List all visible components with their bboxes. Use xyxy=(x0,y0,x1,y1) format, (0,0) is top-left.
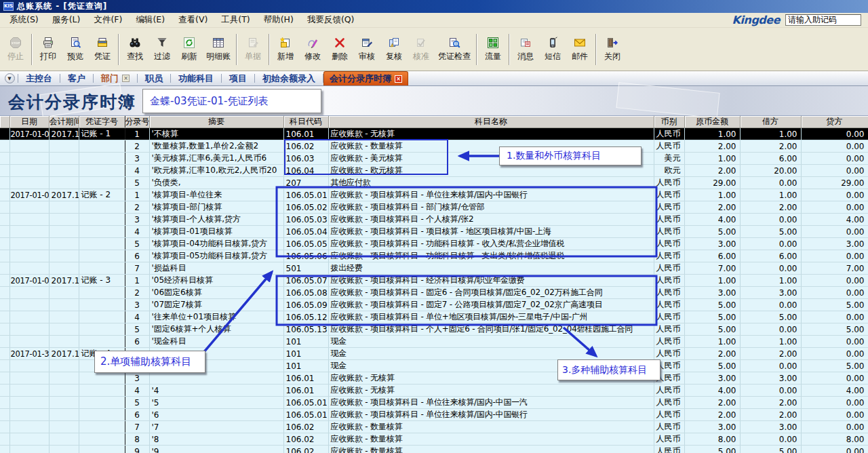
cell-debit[interactable]: 1.00 xyxy=(740,128,801,140)
cell-period[interactable] xyxy=(49,262,79,275)
toolbar-voucher-button[interactable]: 凭证 xyxy=(89,30,116,69)
cell-voucher[interactable] xyxy=(79,165,125,177)
cell-code[interactable]: 106.05.03 xyxy=(283,214,328,226)
cell-code[interactable]: 106.01 xyxy=(283,128,328,140)
cell-summary[interactable]: '负债类, xyxy=(149,177,283,189)
cell-summary[interactable]: '05经济科目核算 xyxy=(149,275,283,287)
cell-name[interactable]: 应收账款 - 项目核算科目 - 单位往来核算/国内-中国银行 xyxy=(328,189,654,201)
cell-gutter[interactable] xyxy=(0,226,9,238)
cell-currency[interactable]: 美元 xyxy=(654,153,684,165)
cell-amount[interactable]: 4.00 xyxy=(684,214,740,226)
cell-period[interactable] xyxy=(49,214,79,226)
cell-summary[interactable]: '8 xyxy=(149,433,283,446)
cell-name[interactable]: 应收账款 - 项目核算科目 - 经济科目核算/职业年金缴费 xyxy=(328,275,654,287)
cell-debit[interactable]: 6.00 xyxy=(740,250,801,262)
cell-voucher[interactable] xyxy=(79,446,125,453)
cell-gutter[interactable] xyxy=(0,372,9,385)
cell-summary[interactable]: '数量核算,数量1,单价2,金额2 xyxy=(149,140,283,153)
cell-date[interactable] xyxy=(9,153,49,165)
cell-code[interactable]: 106.05.12 xyxy=(283,311,328,323)
cell-credit[interactable]: 8.00 xyxy=(801,433,868,446)
cell-name[interactable]: 应收账款 - 项目核算科目 - 个人+固定6 - 合同项目/张1/固定6_02_… xyxy=(328,323,654,336)
cell-gutter[interactable] xyxy=(0,238,9,250)
cell-code[interactable]: 106.05.01 xyxy=(283,397,328,409)
column-header-日期[interactable]: 日期 xyxy=(9,116,49,128)
cell-code[interactable]: 101 xyxy=(283,336,328,348)
cell-summary[interactable]: '06固定6核算 xyxy=(149,287,283,299)
cell-no[interactable]: 2 xyxy=(125,287,149,299)
cell-period[interactable] xyxy=(49,287,79,299)
column-header-分录号[interactable]: 分录号 xyxy=(125,116,149,128)
cell-currency[interactable]: 人民币 xyxy=(654,250,684,262)
cell-date[interactable] xyxy=(9,360,49,372)
tab-close-icon[interactable]: × xyxy=(122,75,130,82)
cell-name[interactable]: 拨出经费 xyxy=(328,262,654,275)
cell-gutter[interactable] xyxy=(0,336,9,348)
cell-period[interactable] xyxy=(49,336,79,348)
cell-debit[interactable]: 0.00 xyxy=(740,323,801,336)
cell-voucher[interactable] xyxy=(79,385,125,397)
cell-debit[interactable]: 2.00 xyxy=(740,348,801,360)
cell-currency[interactable]: 人民币 xyxy=(654,287,684,299)
cell-period[interactable]: 2017.1 xyxy=(49,189,79,201)
cell-period[interactable] xyxy=(49,238,79,250)
cell-credit[interactable]: 0.00 xyxy=(801,250,868,262)
cell-voucher[interactable] xyxy=(79,226,125,238)
cell-period[interactable] xyxy=(49,385,79,397)
cell-date[interactable] xyxy=(9,226,49,238)
cell-period[interactable] xyxy=(49,177,79,189)
cell-date[interactable]: 2017-01-30 xyxy=(9,348,49,360)
cell-date[interactable] xyxy=(9,421,49,433)
cell-summary[interactable]: '往来单位+01项目核算 xyxy=(149,311,283,323)
cell-credit[interactable]: 0.00 xyxy=(801,336,868,348)
cell-code[interactable]: 106.05.13 xyxy=(283,323,328,336)
cell-gutter[interactable] xyxy=(0,348,9,360)
cell-date[interactable] xyxy=(9,238,49,250)
cell-period[interactable] xyxy=(49,250,79,262)
toolbar-new-button[interactable]: 新增 xyxy=(272,30,299,69)
cell-currency[interactable]: 人民币 xyxy=(654,385,684,397)
cell-credit[interactable]: 0.00 xyxy=(801,372,868,385)
tab-功能科目[interactable]: 功能科目 xyxy=(171,71,221,87)
cell-summary[interactable]: '不核算 xyxy=(149,128,283,140)
cell-summary[interactable]: '核算项目-01项目核算 xyxy=(149,226,283,238)
cell-gutter[interactable] xyxy=(0,153,9,165)
cell-code[interactable]: 106.05.01 xyxy=(283,409,328,421)
cell-no[interactable]: 4 xyxy=(125,385,149,397)
toolbar-preview-button[interactable]: 预览 xyxy=(62,30,89,69)
cell-gutter[interactable] xyxy=(0,433,9,446)
toolbar-message-button[interactable]: 消息 xyxy=(512,30,539,69)
cell-summary[interactable]: '4 xyxy=(149,385,283,397)
toolbar-flow-button[interactable]: 流量 xyxy=(479,30,507,69)
cell-voucher[interactable] xyxy=(79,311,125,323)
cell-summary[interactable] xyxy=(149,372,283,385)
cell-code[interactable]: 106.05.07 xyxy=(283,275,328,287)
cell-credit[interactable]: 0.00 xyxy=(801,311,868,323)
cell-name[interactable]: 应收账款 - 欧元核算 xyxy=(328,165,654,177)
cell-name[interactable]: 应收账款 - 项目核算科目 - 功能科目核算 - 支出类/软件增值税退税 xyxy=(328,250,654,262)
cell-currency[interactable]: 人民币 xyxy=(654,140,684,153)
cell-amount[interactable]: 5.00 xyxy=(684,323,740,336)
cell-debit[interactable]: 0.00 xyxy=(740,299,801,311)
cell-period[interactable] xyxy=(49,299,79,311)
cell-summary[interactable]: '07固定7核算 xyxy=(149,299,283,311)
cell-gutter[interactable] xyxy=(0,177,9,189)
cell-period[interactable] xyxy=(49,140,79,153)
cell-amount[interactable]: 1.00 xyxy=(684,275,740,287)
cell-currency[interactable]: 人民币 xyxy=(654,336,684,348)
menu-item-0[interactable]: 系统(S) xyxy=(3,13,45,27)
cell-voucher[interactable] xyxy=(79,397,125,409)
cell-currency[interactable]: 人民币 xyxy=(654,433,684,446)
cell-summary[interactable]: '核算项目-单位往来 xyxy=(149,189,283,201)
toolbar-filter-button[interactable]: 过滤 xyxy=(149,30,176,69)
cell-debit[interactable]: 6.00 xyxy=(740,153,801,165)
toolbar-approve-button[interactable]: 审核 xyxy=(353,30,380,69)
cell-summary[interactable]: '5 xyxy=(149,397,283,409)
cell-voucher[interactable] xyxy=(79,372,125,385)
cell-date[interactable] xyxy=(9,385,49,397)
menu-item-2[interactable]: 文件(F) xyxy=(87,13,129,27)
cell-no[interactable]: 3 xyxy=(125,299,149,311)
cell-credit[interactable]: 4.00 xyxy=(801,385,868,397)
cell-voucher[interactable] xyxy=(79,323,125,336)
column-header-原币金额[interactable]: 原币金额 xyxy=(684,116,740,128)
